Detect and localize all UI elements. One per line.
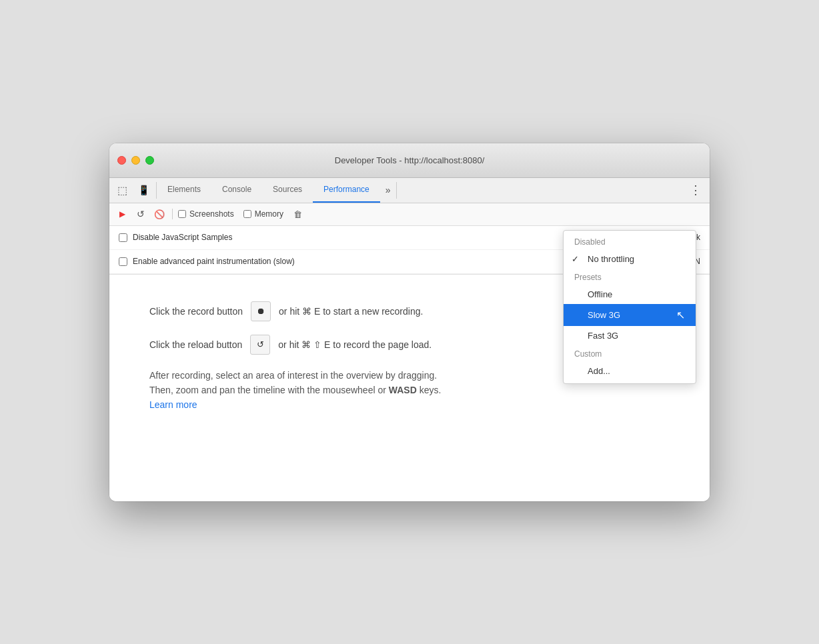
memory-checkbox[interactable]	[243, 210, 251, 218]
reload-record-button[interactable]: ↺	[133, 207, 148, 221]
reload-inline-icon: ↺	[250, 335, 270, 355]
clear-button[interactable]: 🚫	[152, 207, 167, 221]
perf-divider-1	[172, 209, 173, 219]
tab-menu-button[interactable]: ⋮	[682, 178, 710, 203]
record-button[interactable]: ▶	[115, 207, 129, 221]
maximize-button[interactable]	[145, 156, 154, 165]
menu-category-custom: Custom	[564, 345, 696, 361]
device-toolbar-icon[interactable]: 📱	[135, 181, 152, 199]
enable-paint-checkbox[interactable]	[119, 257, 127, 266]
tab-performance[interactable]: Performance	[313, 178, 380, 203]
menu-item-no-throttling[interactable]: ✓No throttling	[564, 249, 696, 269]
tab-bar: ⬚ 📱 Elements Console Sources Performance…	[109, 178, 710, 203]
window-title: Developer Tools - http://localhost:8080/	[335, 155, 485, 165]
memory-checkbox-label[interactable]: Memory	[243, 209, 283, 219]
menu-item-add[interactable]: Add...	[564, 361, 696, 381]
tab-sources[interactable]: Sources	[262, 178, 313, 203]
menu-item-slow-3g[interactable]: Slow 3G↖	[564, 304, 696, 326]
cursor-icon: ↖	[676, 309, 685, 321]
menu-category-disabled: Disabled	[564, 233, 696, 249]
minimize-button[interactable]	[131, 156, 140, 165]
traffic-lights	[117, 156, 154, 165]
disable-js-checkbox[interactable]	[119, 233, 127, 242]
network-throttling-dropdown: Disabled✓No throttlingPresetsOfflineSlow…	[563, 230, 696, 384]
devtools-window: Developer Tools - http://localhost:8080/…	[109, 143, 710, 501]
checkmark-icon: ✓	[572, 254, 579, 264]
tab-console[interactable]: Console	[211, 178, 262, 203]
tab-elements[interactable]: Elements	[157, 178, 211, 203]
tab-separator-right	[396, 182, 397, 199]
performance-toolbar: ▶ ↺ 🚫 Screenshots Memory 🗑	[109, 203, 710, 226]
inspect-icon[interactable]: ⬚	[113, 181, 131, 199]
delete-recording-button[interactable]: 🗑	[290, 207, 305, 221]
record-inline-icon: ⏺	[251, 301, 271, 321]
screenshots-checkbox[interactable]	[178, 210, 186, 218]
screenshots-checkbox-label[interactable]: Screenshots	[178, 209, 234, 219]
menu-item-offline[interactable]: Offline	[564, 285, 696, 304]
tab-more-button[interactable]: »	[380, 178, 396, 203]
learn-more-link[interactable]: Learn more	[149, 399, 197, 410]
title-bar: Developer Tools - http://localhost:8080/	[109, 143, 710, 178]
close-button[interactable]	[117, 156, 126, 165]
menu-category-presets: Presets	[564, 269, 696, 285]
menu-item-fast-3g[interactable]: Fast 3G	[564, 326, 696, 345]
